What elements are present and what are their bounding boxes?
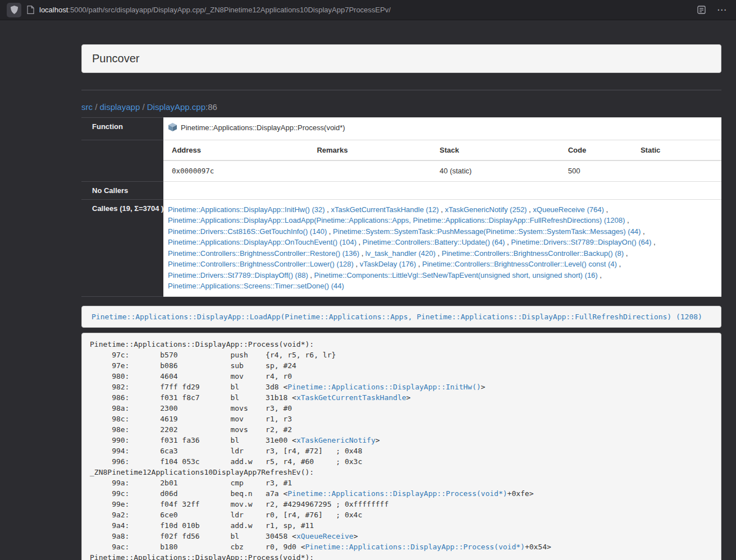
page-container: Puncover src / displayapp / DisplayApp.c…: [81, 44, 721, 560]
stats-value: 500: [560, 160, 632, 181]
callees-cell: Pinetime::Applications::DisplayApp::Init…: [163, 199, 721, 296]
app-title-panel: Puncover: [81, 44, 721, 73]
stats-row-label-empty: [81, 140, 163, 181]
breadcrumb-separator: /: [93, 102, 100, 112]
callee-link[interactable]: Pinetime::Controllers::BrightnessControl…: [442, 249, 624, 258]
callee-link[interactable]: lv_task_handler (420): [365, 249, 436, 258]
breadcrumb-link[interactable]: displayapp: [100, 102, 140, 112]
stats-value-row: 0x0000097c40 (static)500: [163, 160, 721, 181]
symbol-link[interactable]: Pinetime::Applications::DisplayApp::Load…: [92, 313, 702, 321]
callee-link[interactable]: Pinetime::Applications::DisplayApp::OnTo…: [168, 238, 356, 246]
code-block: Pinetime::Applications::DisplayApp::Proc…: [81, 333, 721, 560]
line-number: :86: [205, 102, 217, 112]
url-bar[interactable]: localhost:5000/path/src/displayapp/Displ…: [27, 6, 692, 14]
code-symbol-link[interactable]: Pinetime::Applications::DisplayApp::Init…: [287, 383, 481, 391]
code-symbol-link[interactable]: xTaskGenericNotify: [296, 436, 376, 444]
no-callers-row: No Callers: [81, 181, 721, 199]
shield-icon[interactable]: [7, 3, 21, 17]
url-host: localhost: [39, 6, 68, 14]
no-callers-label: No Callers: [81, 181, 163, 199]
stats-cell: AddressRemarksStackCodeStatic 0x0000097c…: [163, 140, 721, 181]
divider: [81, 90, 721, 90]
callee-link[interactable]: Pinetime::Controllers::BrightnessControl…: [422, 260, 617, 268]
callee-link[interactable]: xQueueReceive (764): [533, 205, 604, 214]
stats-value: [632, 160, 721, 181]
callee-link[interactable]: Pinetime::Controllers::BrightnessControl…: [168, 260, 354, 268]
breadcrumb: src / displayapp / DisplayApp.cpp:86: [81, 102, 721, 112]
callee-link[interactable]: Pinetime::System::SystemTask::PushMessag…: [333, 227, 641, 236]
code-symbol-link[interactable]: Pinetime::Applications::DisplayApp::Proc…: [305, 543, 525, 551]
stats-value: [308, 160, 431, 181]
callee-link[interactable]: Pinetime::Applications::Screens::Timer::…: [168, 282, 344, 290]
callee-link[interactable]: vTaskDelay (176): [360, 260, 416, 268]
function-table: Function Pinetime::Applications::Display…: [81, 117, 721, 297]
stats-col-header: Stack: [431, 140, 560, 161]
function-name-cell: Pinetime::Applications::DisplayApp::Proc…: [163, 118, 721, 140]
stats-col-header: Remarks: [308, 140, 431, 161]
callee-link[interactable]: Pinetime::Controllers::BrightnessControl…: [168, 249, 359, 258]
callee-link[interactable]: Pinetime::Drivers::St7789::DisplayOff() …: [168, 271, 308, 279]
stats-header-row: AddressRemarksStackCodeStatic: [163, 140, 721, 161]
breadcrumb-separator: /: [140, 102, 147, 112]
code-symbol-link[interactable]: xQueueReceive: [296, 532, 354, 540]
callee-link[interactable]: Pinetime::Applications::DisplayApp::Init…: [168, 205, 325, 214]
breadcrumb-link[interactable]: DisplayApp.cpp: [147, 102, 205, 112]
url-text: localhost:5000/path/src/displayapp/Displ…: [39, 6, 391, 14]
page-info-icon: [27, 6, 34, 14]
page-title: Puncover: [92, 52, 140, 65]
breadcrumb-link[interactable]: src: [81, 102, 93, 112]
stats-row-container: AddressRemarksStackCodeStatic 0x0000097c…: [81, 140, 721, 181]
callee-link[interactable]: Pinetime::Drivers::St7789::DisplayOn() (…: [511, 238, 651, 246]
function-name: Pinetime::Applications::DisplayApp::Proc…: [181, 123, 345, 132]
stats-col-header: Code: [560, 140, 632, 161]
symbol-panel: Pinetime::Applications::DisplayApp::Load…: [81, 306, 721, 328]
overflow-menu-icon[interactable]: ⋯: [717, 5, 727, 15]
callee-link[interactable]: Pinetime::Applications::DisplayApp::Load…: [168, 216, 625, 224]
no-callers-cell: [163, 181, 721, 199]
function-row: Function Pinetime::Applications::Display…: [81, 118, 721, 140]
stats-value: 0x0000097c: [163, 160, 308, 181]
code-symbol-link[interactable]: Pinetime::Applications::DisplayApp::Proc…: [287, 489, 507, 498]
callee-link[interactable]: xTaskGetCurrentTaskHandle (12): [331, 205, 438, 214]
stats-col-header: Static: [632, 140, 721, 161]
shield-glyph: [11, 6, 18, 14]
stats-value: 40 (static): [431, 160, 560, 181]
callee-link[interactable]: xTaskGenericNotify (252): [445, 205, 527, 214]
callee-link[interactable]: Pinetime::Components::LittleVgl::SetNewT…: [314, 271, 598, 279]
symbol-type-icon: [168, 122, 177, 135]
topbar-actions: ⋯: [697, 5, 727, 15]
callee-link[interactable]: Pinetime::Controllers::Battery::Update()…: [363, 238, 505, 246]
browser-topbar: localhost:5000/path/src/displayapp/Displ…: [0, 0, 736, 20]
stats-table: AddressRemarksStackCodeStatic 0x0000097c…: [163, 140, 721, 181]
callees-row: Callees (19, Σ=3704 ) Pinetime::Applicat…: [81, 199, 721, 296]
callee-link[interactable]: Pinetime::Drivers::Cst816S::GetTouchInfo…: [168, 227, 327, 236]
code-symbol-link[interactable]: xTaskGetCurrentTaskHandle: [296, 393, 406, 402]
function-label: Function: [81, 118, 163, 140]
reader-view-icon[interactable]: [697, 6, 706, 14]
callees-label: Callees (19, Σ=3704 ): [81, 199, 163, 296]
stats-col-header: Address: [163, 140, 308, 161]
url-path: :5000/path/src/displayapp/DisplayApp.cpp…: [68, 6, 391, 14]
